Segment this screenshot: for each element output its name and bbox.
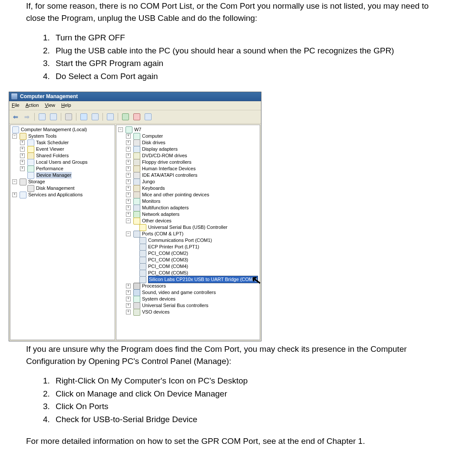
tree-root[interactable]: −W7 — [118, 126, 258, 133]
expander-icon[interactable]: + — [126, 134, 131, 139]
expander-icon[interactable]: + — [126, 140, 131, 145]
expander-icon[interactable]: − — [12, 134, 17, 139]
tree-item[interactable]: Disk Management — [12, 185, 113, 192]
tree-item[interactable]: +Floppy drive controllers — [118, 159, 258, 165]
expander-icon[interactable]: + — [126, 297, 131, 301]
tree-item[interactable]: +Network adapters — [118, 211, 258, 218]
expander-icon[interactable]: + — [126, 173, 131, 178]
expander-icon[interactable]: + — [12, 192, 17, 197]
expander-icon[interactable]: + — [20, 140, 25, 145]
expander-icon[interactable]: + — [126, 179, 131, 184]
tree-item[interactable]: PCI_COM (COM5) — [118, 270, 258, 276]
tree-item[interactable]: +System devices — [118, 296, 258, 302]
expander-icon[interactable]: + — [126, 290, 131, 295]
expander-icon[interactable]: + — [126, 310, 131, 314]
tree-item[interactable]: +Sound, video and game controllers — [118, 289, 258, 296]
menu-file[interactable]: File — [12, 102, 20, 109]
tree-item[interactable]: +Multifunction adapters — [118, 205, 258, 211]
expander-icon[interactable]: + — [20, 160, 25, 165]
tree-item[interactable]: +Jungo — [118, 178, 258, 185]
tree-item[interactable]: +Processors — [118, 283, 258, 289]
tree-item-selected[interactable]: Silicon Labs CP210x USB to UART Bridge (… — [118, 276, 258, 283]
tree-item[interactable]: +Monitors — [118, 198, 258, 205]
tree-item[interactable]: +Computer — [118, 133, 258, 139]
expander-icon[interactable]: + — [126, 212, 131, 217]
disk-icon — [27, 185, 34, 192]
tbtn-props[interactable] — [64, 112, 73, 122]
tbtn-1[interactable] — [37, 112, 47, 122]
tree-item[interactable]: Communications Port (COM1) — [118, 237, 258, 244]
expander-icon[interactable]: − — [118, 127, 123, 132]
tree-item[interactable]: −Other devices — [118, 218, 258, 224]
tree-group[interactable]: − Storage — [12, 178, 113, 185]
expander-icon[interactable]: + — [126, 147, 131, 152]
tree-item[interactable]: PCI_COM (COM3) — [118, 257, 258, 263]
expander-icon[interactable]: − — [12, 179, 17, 184]
toolbar-separator — [34, 113, 35, 121]
tbtn-list[interactable] — [90, 112, 100, 122]
tree-group[interactable]: + Services and Applications — [12, 192, 113, 198]
nav-back-button[interactable]: ⇐ — [11, 112, 20, 122]
expander-icon[interactable]: + — [126, 303, 131, 308]
expander-icon[interactable]: + — [126, 205, 131, 210]
disk-icon — [133, 172, 140, 179]
menu-view[interactable]: View — [45, 102, 55, 109]
kbd-icon — [133, 165, 140, 172]
mouse-icon — [133, 192, 140, 198]
expander-icon[interactable]: + — [126, 166, 131, 171]
expander-icon[interactable]: + — [20, 153, 25, 158]
tree-group[interactable]: − System Tools — [12, 133, 113, 139]
expander-icon[interactable]: + — [126, 192, 131, 197]
window-title: Computer Management — [20, 93, 78, 100]
tree-item[interactable]: +Task Scheduler — [12, 139, 113, 146]
expander-icon[interactable]: + — [126, 199, 131, 204]
nav-forward-button[interactable]: ⇒ — [22, 112, 32, 122]
expander-icon[interactable]: + — [126, 186, 131, 191]
expander-icon[interactable]: − — [126, 218, 131, 223]
tbtn-help[interactable] — [79, 112, 89, 122]
expander-icon[interactable]: − — [126, 231, 131, 236]
menu-help[interactable]: Help — [61, 102, 71, 109]
tbtn-2[interactable] — [49, 112, 58, 122]
tree-item[interactable]: +Local Users and Groups — [12, 159, 113, 165]
tree-item[interactable]: −Ports (COM & LPT) — [118, 231, 258, 237]
expander-icon[interactable]: + — [20, 147, 25, 152]
right-tree-pane[interactable]: −W7+Computer+Disk drives+Display adapter… — [116, 125, 260, 340]
steps-list-b: Right-Click On My Computer's Icon on PC'… — [43, 375, 430, 425]
expander-icon[interactable]: + — [20, 166, 25, 171]
menubar[interactable]: File Action View Help — [9, 101, 261, 110]
tree-item[interactable]: +Human Interface Devices — [118, 165, 258, 172]
monitor-icon — [133, 198, 140, 205]
tree-item[interactable]: +VSO devices — [118, 309, 258, 315]
expander-icon[interactable]: + — [126, 160, 131, 165]
menu-action[interactable]: Action — [26, 102, 39, 109]
tree-item[interactable]: +Universal Serial Bus controllers — [118, 302, 258, 309]
tree-item-device-manager[interactable]: Device Manager — [12, 172, 113, 178]
tree-item[interactable]: +Shared Folders — [12, 152, 113, 159]
list-item: Plug the USB cable into the PC (you shou… — [52, 45, 430, 57]
tbtn-disable[interactable] — [132, 112, 142, 122]
tree-item[interactable]: +Display adapters — [118, 146, 258, 152]
expander-icon[interactable]: + — [126, 284, 131, 288]
content-panes: Computer Management (Local) − System Too… — [9, 124, 261, 341]
tree-item[interactable]: +Keyboards — [118, 185, 258, 192]
steps-list-a: Turn the GPR OFF Plug the USB cable into… — [43, 32, 430, 82]
tree-item[interactable]: +Mice and other pointing devices — [118, 192, 258, 198]
tree-item[interactable]: PCI_COM (COM4) — [118, 263, 258, 270]
tree-item[interactable]: +Performance — [12, 165, 113, 172]
tbtn-enable[interactable] — [121, 112, 130, 122]
list-item: Start the GPR Program again — [52, 57, 430, 69]
tree-item[interactable]: +Event Viewer — [12, 146, 113, 152]
tree-item[interactable]: +IDE ATA/ATAPI controllers — [118, 172, 258, 178]
left-tree-pane[interactable]: Computer Management (Local) − System Too… — [10, 125, 115, 340]
tree-root[interactable]: Computer Management (Local) — [12, 126, 113, 133]
tree-item[interactable]: PCI_COM (COM2) — [118, 250, 258, 257]
tbtn-refresh[interactable] — [143, 112, 153, 122]
window-titlebar[interactable]: Computer Management — [9, 92, 261, 101]
tbtn-scan[interactable] — [106, 112, 115, 122]
tree-item[interactable]: +DVD/CD-ROM drives — [118, 152, 258, 159]
tree-item[interactable]: Universal Serial Bus (USB) Controller — [118, 224, 258, 231]
tree-item[interactable]: +Disk drives — [118, 139, 258, 146]
expander-icon[interactable]: + — [126, 153, 131, 158]
tree-item[interactable]: ECP Printer Port (LPT1) — [118, 244, 258, 250]
